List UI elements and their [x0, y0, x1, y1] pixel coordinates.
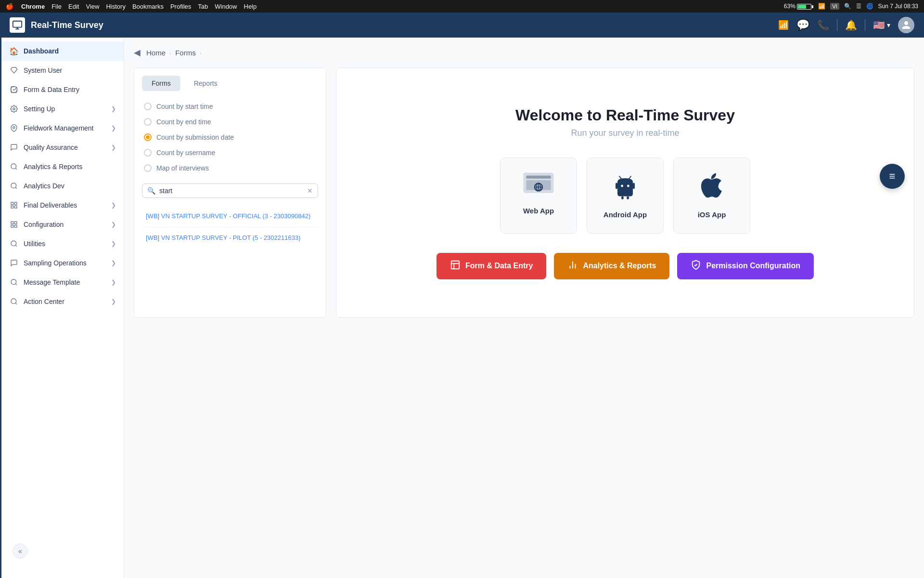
- sidebar-item-utilities[interactable]: Utilities ❯: [0, 234, 124, 253]
- configuration-icon: [9, 220, 19, 229]
- dashboard-icon: 🏠: [9, 46, 19, 56]
- svg-point-19: [11, 241, 16, 246]
- svg-point-23: [11, 299, 16, 304]
- tab-reports[interactable]: Reports: [184, 76, 227, 91]
- sidebar-item-message[interactable]: Message Template ❯: [0, 273, 124, 292]
- analytics-icon: [9, 162, 19, 171]
- system-user-icon: [9, 66, 19, 75]
- survey-item-2[interactable]: [WB] VN STARTUP SURVEY - PILOT (5 - 2302…: [142, 227, 318, 249]
- svg-line-24: [15, 303, 17, 304]
- breadcrumb: ◀ Home · Forms ·: [134, 47, 914, 58]
- sidebar-item-quality[interactable]: Quality Assurance ❯: [0, 138, 124, 157]
- svg-marker-3: [11, 67, 17, 73]
- radio-start-time[interactable]: Count by start time: [142, 99, 318, 114]
- svg-rect-12: [14, 202, 17, 205]
- apple-icon[interactable]: 🍎: [6, 3, 13, 10]
- svg-rect-17: [11, 225, 13, 227]
- file-menu[interactable]: File: [51, 3, 62, 10]
- web-app-card[interactable]: Web App: [500, 158, 577, 234]
- permission-config-button[interactable]: Permission Configuration: [677, 253, 814, 279]
- chrome-menu[interactable]: Chrome: [21, 3, 45, 10]
- chevron-right-icon-7: ❯: [111, 260, 116, 266]
- fieldwork-icon: [9, 123, 19, 133]
- analytics-reports-button[interactable]: Analytics & Reports: [554, 253, 669, 279]
- sidebar-label-utilities: Utilities: [24, 240, 106, 248]
- sidebar-label-dashboard: Dashboard: [24, 47, 116, 55]
- breadcrumb-forms[interactable]: Forms: [175, 49, 196, 57]
- flag-dropdown[interactable]: 🇺🇸 ▾: [873, 19, 890, 31]
- wechat-icon[interactable]: 💬: [796, 19, 809, 31]
- breadcrumb-back-button[interactable]: ◀: [134, 47, 141, 58]
- app-title: Real-Time Survey: [31, 20, 103, 30]
- android-app-card[interactable]: Android App: [587, 158, 664, 234]
- phone-icon[interactable]: 📞: [817, 19, 829, 31]
- wifi-icon: 📶: [818, 3, 825, 10]
- permission-config-icon: [691, 260, 701, 273]
- titlebar-separator: [837, 19, 837, 31]
- content-area: ◀ Home · Forms · Forms Reports Count by …: [124, 38, 924, 578]
- sidebar-collapse-button[interactable]: «: [13, 543, 28, 559]
- sidebar-item-dashboard[interactable]: 🏠 Dashboard: [0, 41, 124, 61]
- sidebar-item-setting-up[interactable]: Setting Up ❯: [0, 99, 124, 118]
- search-input[interactable]: [159, 187, 303, 195]
- sidebar-item-action-center[interactable]: Action Center ❯: [0, 292, 124, 311]
- sidebar-label-message: Message Template: [24, 278, 106, 286]
- form-data-entry-button[interactable]: Form & Data Entry: [436, 253, 546, 279]
- chevron-right-icon: ❯: [111, 105, 116, 112]
- view-menu[interactable]: View: [86, 3, 99, 10]
- history-menu[interactable]: History: [106, 3, 125, 10]
- signal-icon[interactable]: 📶: [778, 20, 789, 30]
- chevron-right-icon-8: ❯: [111, 279, 116, 286]
- radio-label-username: Count by username: [156, 149, 215, 157]
- svg-rect-32: [616, 183, 617, 189]
- survey-item-1[interactable]: [WB] VN STARTUP SURVEY - OFFICIAL (3 - 2…: [142, 206, 318, 227]
- ios-app-card[interactable]: iOS App: [673, 158, 750, 234]
- sidebar-item-system-user[interactable]: System User: [0, 61, 124, 80]
- form-data-entry-label: Form & Data Entry: [465, 262, 533, 270]
- sidebar-item-configuration[interactable]: Configuration ❯: [0, 215, 124, 234]
- sidebar-item-sampling[interactable]: Sampling Operations ❯: [0, 253, 124, 273]
- radio-submission-date[interactable]: Count by submission date: [142, 130, 318, 145]
- radio-circle-end: [144, 118, 152, 126]
- welcome-title: Welcome to Real-Time Survey: [515, 106, 735, 124]
- sidebar-item-analytics[interactable]: Analytics & Reports: [0, 157, 124, 176]
- radio-label-submission: Count by submission date: [156, 133, 234, 141]
- right-panel: Welcome to Real-Time Survey Run your sur…: [336, 67, 914, 318]
- siri-icon[interactable]: 🌀: [866, 3, 873, 10]
- search-icon-menu[interactable]: 🔍: [844, 3, 851, 10]
- fab-menu-button[interactable]: ≡: [880, 164, 905, 189]
- ios-app-icon: [700, 172, 724, 205]
- sidebar-item-fieldwork[interactable]: Fieldwork Management ❯: [0, 118, 124, 138]
- breadcrumb-home[interactable]: Home: [146, 49, 166, 57]
- sidebar-item-form-data-entry[interactable]: Form & Data Entry: [0, 80, 124, 99]
- sidebar-item-analytics-dev[interactable]: Analytics Dev: [0, 176, 124, 196]
- radio-map-interviews[interactable]: Map of interviews: [142, 160, 318, 176]
- radio-label-map: Map of interviews: [156, 164, 209, 172]
- battery-bar: [797, 4, 811, 10]
- edit-menu[interactable]: Edit: [68, 3, 79, 10]
- window-menu[interactable]: Window: [215, 3, 237, 10]
- tab-forms[interactable]: Forms: [142, 76, 180, 91]
- radio-circle-username: [144, 149, 152, 157]
- svg-rect-33: [633, 183, 635, 189]
- user-avatar[interactable]: [898, 17, 914, 33]
- radio-end-time[interactable]: Count by end time: [142, 114, 318, 130]
- tab-menu[interactable]: Tab: [198, 3, 208, 10]
- profiles-menu[interactable]: Profiles: [170, 3, 191, 10]
- sidebar-item-final-deliverables[interactable]: Final Deliverables ❯: [0, 196, 124, 215]
- clear-search-button[interactable]: ✕: [307, 187, 313, 195]
- utilities-icon: [9, 239, 19, 249]
- analytics-reports-icon: [567, 260, 578, 273]
- radio-username[interactable]: Count by username: [142, 145, 318, 160]
- help-menu[interactable]: Help: [244, 3, 257, 10]
- svg-point-6: [13, 127, 15, 129]
- bookmarks-menu[interactable]: Bookmarks: [132, 3, 164, 10]
- svg-rect-11: [11, 202, 13, 205]
- svg-line-20: [15, 245, 17, 247]
- sidebar-label-configuration: Configuration: [24, 221, 106, 228]
- sidebar-label-final: Final Deliverables: [24, 201, 106, 209]
- svg-rect-16: [14, 222, 17, 224]
- control-center-icon[interactable]: ☰: [856, 3, 861, 10]
- notification-icon[interactable]: 🔔: [845, 19, 857, 31]
- svg-point-36: [621, 184, 623, 187]
